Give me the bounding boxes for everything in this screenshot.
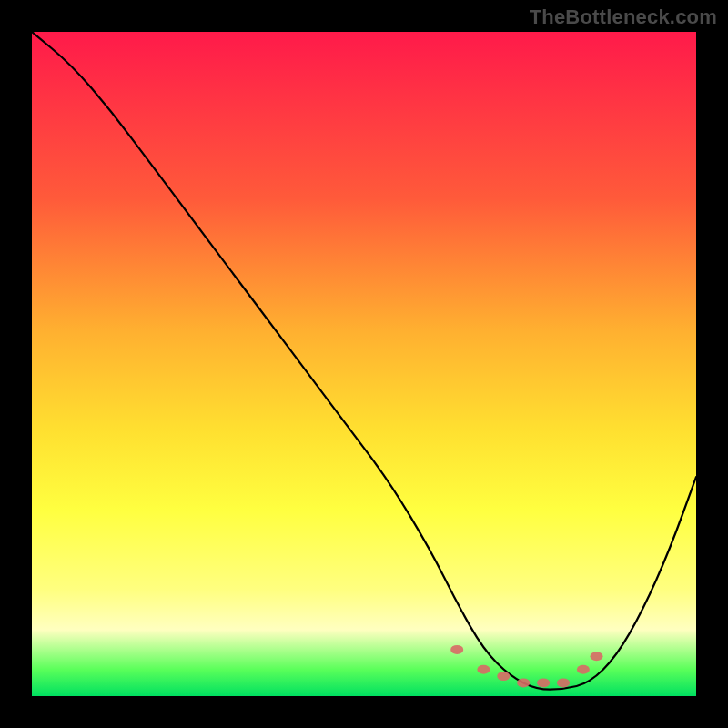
plot-area (32, 32, 696, 696)
optimal-marker (517, 678, 530, 687)
watermark-text: TheBottleneck.com (530, 5, 717, 29)
optimal-marker (591, 652, 603, 661)
chart-frame: TheBottleneck.com (0, 0, 728, 728)
chart-svg (32, 32, 696, 696)
bottleneck-curve (32, 32, 696, 690)
optimal-range-markers (450, 645, 602, 688)
optimal-marker (557, 678, 570, 687)
optimal-marker (450, 645, 463, 654)
optimal-marker (537, 678, 550, 687)
optimal-marker (577, 665, 590, 674)
optimal-marker (477, 665, 490, 674)
optimal-marker (497, 672, 510, 681)
